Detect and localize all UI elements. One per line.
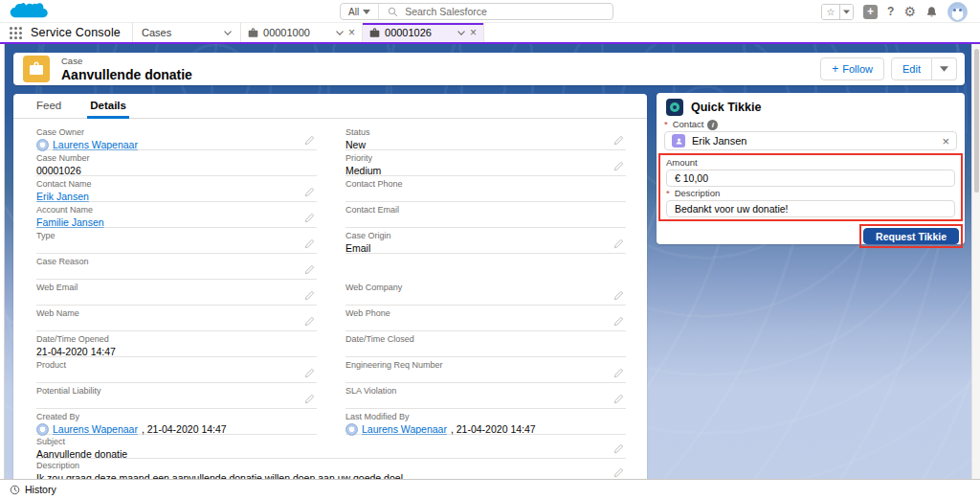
edit-pencil-icon[interactable] xyxy=(304,264,315,275)
global-header: All Search Salesforce ☆ + ? ⚙ xyxy=(0,0,980,23)
details-right-column: StatusNewPriorityMediumContact PhoneCont… xyxy=(345,125,626,435)
edit-pencil-icon[interactable] xyxy=(304,316,315,327)
contact-lookup-field[interactable]: Erik Jansen × xyxy=(664,131,957,150)
chevron-down-icon[interactable] xyxy=(457,31,465,35)
edit-pencil-icon[interactable] xyxy=(613,135,624,146)
request-tikkie-button[interactable]: Request Tikkie xyxy=(863,228,959,244)
user-avatar-icon xyxy=(36,423,49,436)
header-icons: ☆ + ? ⚙ xyxy=(821,0,968,23)
record-link[interactable]: Familie Jansen xyxy=(36,216,104,229)
chevron-down-icon[interactable] xyxy=(224,31,232,35)
contact-icon xyxy=(672,134,685,147)
field-engineering-req-number: Engineering Req Number xyxy=(345,357,626,383)
edit-pencil-icon[interactable] xyxy=(613,443,624,454)
field-last-modified-by: Last Modified ByLaurens Wapenaar, 21-04-… xyxy=(345,409,626,435)
edit-pencil-icon[interactable] xyxy=(304,213,315,223)
page-title: Aanvullende donatie xyxy=(61,67,192,82)
description-input[interactable]: Bedankt voor uw donatie! xyxy=(666,200,955,217)
search-scope-label: All xyxy=(348,7,359,17)
annotation-box-button: Request Tikkie xyxy=(859,224,963,248)
notifications-bell-icon[interactable] xyxy=(925,6,938,18)
help-icon[interactable]: ? xyxy=(887,5,894,18)
user-link[interactable]: Laurens Wapenaar xyxy=(53,423,138,436)
app-name[interactable]: Service Console xyxy=(31,23,121,42)
quick-create-icon[interactable]: + xyxy=(863,5,878,19)
case-briefcase-icon xyxy=(248,28,258,38)
field-label: Web Name xyxy=(36,308,317,319)
edit-pencil-icon[interactable] xyxy=(613,467,624,478)
global-search[interactable]: All Search Salesforce xyxy=(340,3,613,20)
user-link[interactable]: Laurens Wapenaar xyxy=(362,423,447,436)
field-value: Laurens Wapenaar xyxy=(36,138,317,151)
contact-pill-label: Erik Jansen xyxy=(692,135,746,147)
details-left-column: Case OwnerLaurens WapenaarCase Number000… xyxy=(36,125,317,435)
amount-label-text: Amount xyxy=(666,158,698,168)
workspace-tab-00001000[interactable]: 00001000 × xyxy=(241,23,363,42)
tab-feed[interactable]: Feed xyxy=(36,100,61,118)
setup-gear-icon[interactable]: ⚙ xyxy=(903,5,916,18)
more-actions-button[interactable] xyxy=(932,57,957,80)
field-value: 00001026 xyxy=(36,164,317,177)
edit-pencil-icon[interactable] xyxy=(613,368,624,378)
edit-pencil-icon[interactable] xyxy=(613,238,624,249)
scrollbar-thumb[interactable] xyxy=(974,49,979,193)
field-label: Product xyxy=(36,360,317,371)
search-scope-selector[interactable]: All xyxy=(341,4,379,19)
field-label: SLA Violation xyxy=(345,386,626,397)
object-tab-cases[interactable]: Cases xyxy=(132,23,241,42)
contact-label: Contact i xyxy=(664,120,957,129)
edit-pencil-icon[interactable] xyxy=(613,394,624,404)
record-link[interactable]: Erik Jansen xyxy=(36,191,89,203)
edit-pencil-icon[interactable] xyxy=(304,135,315,146)
field-value xyxy=(36,267,317,281)
edit-pencil-icon[interactable] xyxy=(304,394,315,404)
left-rail xyxy=(0,44,5,479)
field-label: Date/Time Opened xyxy=(36,334,317,345)
field-label: Web Company xyxy=(345,283,626,293)
record-detail-card: Feed Details Case OwnerLaurens WapenaarC… xyxy=(13,94,647,479)
search-placeholder: Search Salesforce xyxy=(405,6,487,17)
edit-button-group: Edit xyxy=(891,57,957,80)
close-icon[interactable]: × xyxy=(348,27,355,38)
edit-pencil-icon[interactable] xyxy=(304,238,315,249)
field-value xyxy=(36,371,317,384)
favorites-caret-icon[interactable] xyxy=(839,5,853,19)
field-potential-liability: Potential Liability xyxy=(36,383,317,409)
history-utility-button[interactable]: History xyxy=(0,480,66,499)
annotation-box-fields: Amount € 10,00 Description Bedankt voor … xyxy=(658,153,963,221)
field-value: 21-04-2020 14:47 xyxy=(36,345,317,358)
field-label: Contact Name xyxy=(36,179,317,190)
follow-button[interactable]: + Follow xyxy=(820,57,884,80)
edit-button[interactable]: Edit xyxy=(891,57,932,80)
tab-details[interactable]: Details xyxy=(90,100,126,118)
field-value: New xyxy=(345,138,626,151)
edit-pencil-icon[interactable] xyxy=(613,316,624,327)
app-launcher-icon[interactable] xyxy=(10,27,22,39)
chevron-down-icon[interactable] xyxy=(336,31,344,35)
vertical-scrollbar[interactable] xyxy=(971,44,980,479)
field-label: Case Reason xyxy=(36,257,317,267)
edit-pencil-icon[interactable] xyxy=(304,187,315,197)
edit-pencil-icon[interactable] xyxy=(304,290,315,301)
field-label: Priority xyxy=(345,153,626,164)
info-icon[interactable]: i xyxy=(707,120,718,130)
field-date-time-opened: Date/Time Opened21-04-2020 14:47 xyxy=(36,331,317,357)
field-description: DescriptionIk zou graag deze maand een a… xyxy=(36,459,626,479)
close-icon[interactable]: × xyxy=(470,27,477,38)
edit-pencil-icon[interactable] xyxy=(613,290,624,301)
description-label-text: Description xyxy=(675,189,721,198)
field-label: Date/Time Closed xyxy=(345,334,626,345)
edit-pencil-icon[interactable] xyxy=(304,368,315,378)
favorites-control[interactable]: ☆ xyxy=(821,4,854,20)
user-avatar[interactable] xyxy=(947,2,968,22)
remove-contact-icon[interactable]: × xyxy=(942,135,949,147)
workspace-tab-label: 00001026 xyxy=(385,27,453,38)
favorites-star-icon[interactable]: ☆ xyxy=(822,5,839,19)
edit-pencil-icon[interactable] xyxy=(613,161,624,171)
field-value xyxy=(345,345,626,358)
workspace-tab-00001026[interactable]: 00001026 × xyxy=(363,23,484,42)
amount-input[interactable]: € 10,00 xyxy=(666,170,955,187)
user-link[interactable]: Laurens Wapenaar xyxy=(53,139,138,151)
plus-icon: + xyxy=(832,64,838,74)
field-value xyxy=(345,371,626,384)
